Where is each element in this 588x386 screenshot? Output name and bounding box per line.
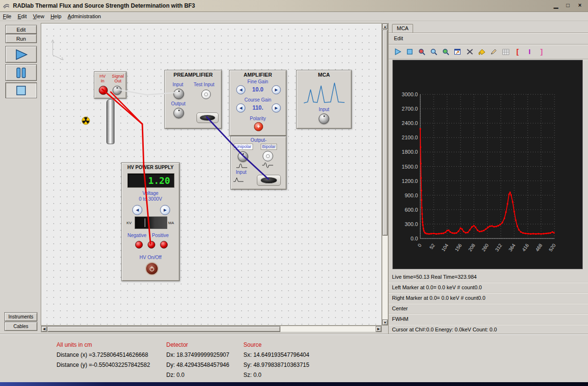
close-icon[interactable]: × [576,1,584,9]
window-controls: ▁□× [552,1,584,9]
mca-panel: MCA Edit [I] 0.0300.0600.0900.01200.0150… [388,23,588,334]
tab-mca[interactable]: MCA [392,24,413,33]
svg-text:156: 156 [454,242,463,252]
pause-button[interactable] [5,64,37,81]
title-bar: RADlab Thermal Flux and Source Strength … [0,0,588,12]
source-header: Source [243,340,309,350]
source-column: Source Sx: 14.649193547796404Sy: 48.9798… [243,340,309,380]
menu-edit[interactable]: Edit [18,12,30,20]
scroll-right-icon[interactable]: ▶ [376,326,381,332]
application-window: RADlab Thermal Flux and Source Strength … [0,0,588,386]
svg-text:208: 208 [467,242,476,252]
vertical-scroll-thumb[interactable] [382,30,388,236]
run-mode-button[interactable]: Run [5,34,37,43]
instruments-button[interactable]: Instruments [4,312,37,321]
window-title: RADlab Thermal Flux and Source Strength … [13,2,195,9]
zoom-reset-icon[interactable] [440,47,451,57]
menu-file[interactable]: File [3,12,15,20]
svg-text:2700.0: 2700.0 [402,106,418,112]
svg-text:104: 104 [440,242,450,252]
svg-text:520: 520 [548,242,557,252]
measurement-line: Distance (x) =3.7258064514626668 [57,350,150,360]
mca-stat-line: FWHM [389,314,588,325]
horizontal-scroll-thumb[interactable] [47,326,280,332]
edit-mode-button[interactable]: Edit [5,25,37,34]
cables-button[interactable]: Cables [4,322,37,331]
spectrum-chart-box: 0.0300.0600.0900.01200.01500.01800.02100… [392,60,583,269]
play-icon [14,49,28,60]
mca-edit-menu[interactable]: Edit [394,35,403,41]
minimize-icon[interactable]: ▁ [552,1,560,9]
svg-text:364: 364 [507,242,517,252]
svg-text:468: 468 [534,242,543,252]
scroll-left-icon[interactable]: ◀ [41,326,47,332]
menu-help[interactable]: Help [50,12,65,20]
svg-text:3000.0: 3000.0 [402,91,418,97]
stop-button[interactable] [5,82,37,98]
grid-icon[interactable] [500,47,511,57]
measurement-line: Dz: 0.0 [166,370,229,380]
measurement-line: Distance (y) =-0.5504032257842582 [57,360,150,370]
svg-text:2100.0: 2100.0 [402,135,418,140]
measurement-line: Sz: 0.0 [243,370,309,380]
mca-stat-line: Left Marker at 0.0= 0.0 keV # count0.0 [389,283,588,293]
measurement-line: Sy: 48.979838710363715 [243,360,309,370]
svg-text:2400.0: 2400.0 [402,120,418,126]
detector-header: Detector [166,340,229,350]
menu-administration[interactable]: Administration [68,12,104,20]
cable-layer [41,23,382,326]
mca-stat-line: Live time=50.13 Real Time=323.984 [389,272,588,283]
cables-label: Cables [13,324,28,329]
window-bottom-edge [0,382,588,386]
app-icon [2,2,10,10]
run-mode-label: Run [16,36,26,42]
measurements-panel: All units in cm Distance (x) =3.72580645… [0,334,588,383]
svg-text:900.0: 900.0 [404,193,418,198]
tools-icon[interactable] [464,47,475,57]
zoom-out-icon[interactable] [416,47,427,57]
scroll-up-icon[interactable]: ▲ [382,23,388,29]
scroll-down-icon[interactable]: ▼ [382,319,388,325]
zoom-in-icon[interactable] [428,47,439,57]
run-icon[interactable] [392,47,403,57]
play-button[interactable] [5,46,37,63]
svg-text:300.0: 300.0 [404,221,418,227]
mca-toolbar: [I] [392,46,548,57]
spectrum-chart[interactable]: 0.0300.0600.0900.01200.01500.01800.02100… [393,60,582,272]
open-window-icon[interactable] [452,47,463,57]
measurement-line: Dx: 18.37499999925907 [166,350,229,360]
left-marker-icon[interactable]: [ [512,47,523,57]
svg-text:1800.0: 1800.0 [402,149,418,155]
fill-color-icon[interactable] [476,47,487,57]
svg-text:312: 312 [494,242,503,252]
horizontal-scrollbar[interactable]: ◀ ▶ [41,326,382,332]
stop-icon [15,85,27,96]
pause-icon [15,67,27,79]
hv-cable[interactable] [102,89,150,244]
menu-view[interactable]: View [33,12,48,20]
maximize-icon[interactable]: □ [564,1,572,9]
cursor-marker-icon[interactable]: I [524,47,535,57]
svg-text:600.0: 600.0 [404,207,418,213]
mca-statistics: Live time=50.13 Real Time=323.984Left Ma… [389,272,588,335]
right-marker-icon[interactable]: ] [536,47,547,57]
stop-icon[interactable] [404,47,415,57]
hv-cable-branch[interactable] [111,92,142,124]
mca-stat-line: Right Marker at 0.0= 0.0 keV # count0.0 [389,293,588,304]
svg-text:416: 416 [521,242,530,252]
svg-text:260: 260 [481,242,490,252]
measurement-line: Dy: 48.42943548457946 [166,360,229,370]
instruments-label: Instruments [8,314,33,319]
amp-cable[interactable] [207,117,268,179]
signal-cable[interactable] [115,89,178,95]
vertical-scrollbar[interactable]: ▲ ▼ [382,23,388,326]
edit-mode-label: Edit [17,27,26,33]
detector-column: Detector Dx: 18.37499999925907Dy: 48.429… [166,340,229,380]
schematic-canvas[interactable]: HVIn SignalOut PREAMPLIFIER Input Test [41,23,382,326]
svg-text:1500.0: 1500.0 [402,164,418,170]
edit-text-icon[interactable] [488,47,499,57]
mca-stat-line: Center [389,304,588,314]
measurement-line: Sx: 14.649193547796404 [243,350,309,360]
units-header: All units in cm [57,340,150,350]
svg-text:1200.0: 1200.0 [402,178,418,184]
